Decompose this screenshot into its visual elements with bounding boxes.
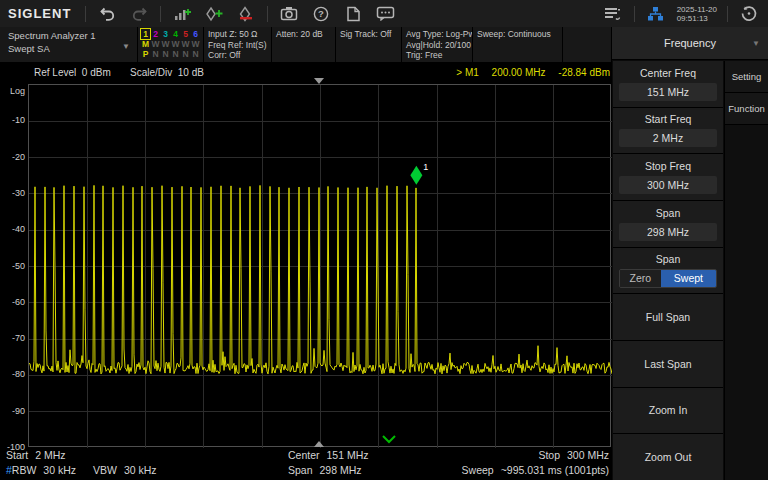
chevron-down-icon: ▼ [122,40,130,53]
chevron-down-icon: ▼ [752,39,760,48]
trace-3-det: N [161,49,170,59]
span-swept-option[interactable]: Swept [661,270,716,287]
marker-id: > M1 [456,67,479,78]
tab-setting[interactable]: Setting [725,61,768,93]
file-icon[interactable] [342,4,364,24]
input-impedance: Input Z: 50 Ω [208,29,267,40]
scale-value: 10 dB [178,67,204,78]
green-check-indicator [383,436,395,442]
start-freq-readout: Start2 MHz [6,449,66,461]
siglent-logo: SIGLENT [8,6,71,21]
y-tick-label: -10 [0,115,25,125]
y-tick-label: -20 [0,152,25,162]
center-freq-marker-bottom-icon [314,441,324,447]
zoom-in-button[interactable]: Zoom In [613,388,723,434]
sig-track-value: Sig Track: Off [340,29,397,40]
center-freq-readout: Center151 MHz [288,449,369,461]
redo-icon[interactable] [128,4,150,24]
message-icon[interactable] [374,4,396,24]
marker-add-icon[interactable] [203,4,225,24]
ref-level-value: 0 dBm [82,67,111,78]
ref-level-label: Ref Level [34,67,76,78]
trace-5-num[interactable]: 5 [181,29,190,39]
trace-6-mode: W [191,39,200,49]
trace-3-num[interactable]: 3 [161,29,170,39]
input-settings-cell: Input Z: 50 Ω Freq Ref: Int(S) Corr: Off [204,27,272,62]
scale-div-readout[interactable]: Scale/Div 10 dB [130,67,204,78]
menu-tabs-column: Setting Function [724,61,768,480]
svg-text:?: ? [318,8,324,19]
peak-search-icon[interactable] [171,4,193,24]
trace-4-num[interactable]: 4 [171,29,180,39]
corrections: Corr: Off [208,50,267,61]
toolbar-divider [634,6,635,22]
scale-label: Scale/Div [130,67,172,78]
status-bar-spacer [563,27,612,62]
grid-lines [29,85,612,448]
tab-function[interactable]: Function [725,93,768,125]
trace-1-num[interactable]: 1 [141,29,150,39]
marker-1-diamond[interactable]: 1 [410,162,428,185]
lan-network-icon[interactable] [645,4,667,24]
signal-track-cell: Sig Track: Off [336,27,402,62]
y-tick-label: -50 [0,261,25,271]
zoom-out-button[interactable]: Zoom Out [613,434,723,480]
menu-title-dropdown[interactable]: Frequency ▼ [612,27,768,60]
y-tick-label: -40 [0,224,25,234]
rbw-vbw-readout: #RBW30 kHz VBW30 kHz [6,464,157,476]
span-mode-toggle[interactable]: Zero Swept [619,269,717,288]
menu-list-icon[interactable] [602,4,624,24]
status-bar: Spectrum Analyzer 1 Swept SA ▼ 1 2 3 4 5… [0,27,612,62]
last-span-button[interactable]: Last Span [613,341,723,387]
trace-4-mode: W [171,39,180,49]
top-toolbar: SIGLENT ? [0,0,768,27]
span-button[interactable]: Span 298 MHz [613,201,723,247]
date-text: 2025-11-20 [677,5,717,14]
center-freq-marker-top-icon [314,78,324,84]
y-tick-label: -80 [0,369,25,379]
marker-amplitude: -28.84 dBm [558,67,610,78]
spectrum-analyzer-app: SIGLENT ? [0,0,768,480]
ref-level-readout[interactable]: Ref Level 0 dBm [34,67,111,78]
trace-1-det: P [141,49,150,59]
start-freq-value[interactable]: 2 MHz [619,129,717,147]
menu-title: Frequency [664,37,716,49]
toolbar-right-group: 2025-11-20 09:51:13 [602,4,760,24]
help-icon[interactable]: ? [310,4,332,24]
stop-freq-readout: Stop300 MHz [538,449,609,461]
amplitude-header-row: Ref Level 0 dBm Scale/Div 10 dB > M1 200… [0,63,612,82]
y-axis-log-label: Log [0,86,25,96]
full-span-button[interactable]: Full Span [613,294,723,340]
history-icon[interactable] [738,4,760,24]
span-zero-option[interactable]: Zero [620,270,661,287]
y-tick-label: -30 [0,188,25,198]
trace-2-mode: W [151,39,160,49]
center-freq-value[interactable]: 151 MHz [619,83,717,101]
trace-2-num[interactable]: 2 [151,29,160,39]
spectrum-plot-area: 1 [28,84,611,447]
datetime-display: 2025-11-20 09:51:13 [677,5,717,23]
marker-off-icon[interactable] [235,4,257,24]
frequency-menu-sidebar: Frequency ▼ Center Freq 151 MHz Start Fr… [612,27,768,480]
toolbar-divider [160,6,161,22]
stop-freq-value[interactable]: 300 MHz [619,176,717,194]
trace-6-num[interactable]: 6 [191,29,200,39]
trace-6-det: N [191,49,200,59]
trigger-mode: Trig: Free [406,50,468,61]
stop-freq-button[interactable]: Stop Freq 300 MHz [613,154,723,200]
menu-buttons-column: Center Freq 151 MHz Start Freq 2 MHz Sto… [613,61,723,480]
span-mode-button[interactable]: Span Zero Swept [613,248,723,294]
analyzer-mode-dropdown[interactable]: Spectrum Analyzer 1 Swept SA ▼ [0,27,138,62]
start-freq-button[interactable]: Start Freq 2 MHz [613,108,723,154]
time-text: 09:51:13 [677,14,717,23]
span-value[interactable]: 298 MHz [619,223,717,241]
trace-5-mode: W [181,39,190,49]
spectrum-plot-svg: 1 [29,85,612,448]
screenshot-camera-icon[interactable] [278,4,300,24]
analyzer-mode: Swept SA [8,42,133,55]
trace-selector[interactable]: 1 2 3 4 5 6 M W W W W W P N N N N N [138,27,204,62]
toolbar-divider [727,6,728,22]
attenuation-cell: Atten: 20 dB [272,27,336,62]
center-freq-button[interactable]: Center Freq 151 MHz [613,61,723,107]
undo-icon[interactable] [96,4,118,24]
